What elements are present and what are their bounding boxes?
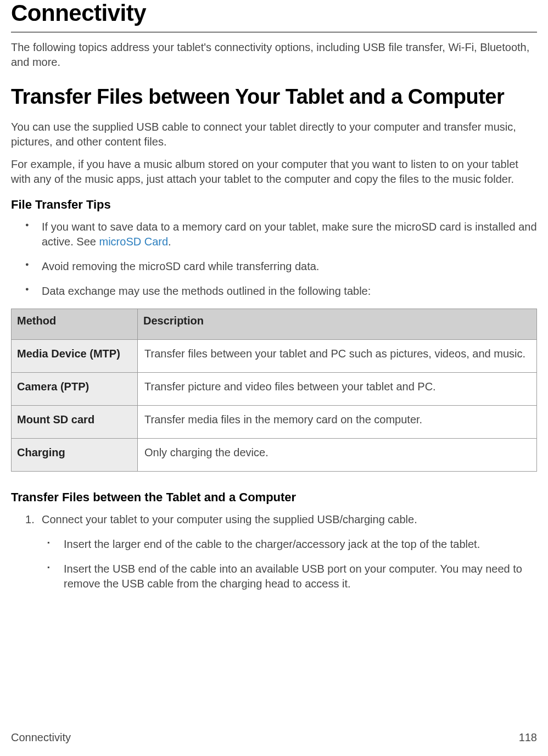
tip-text-tail: . bbox=[168, 236, 171, 248]
tip-item: Data exchange may use the methods outlin… bbox=[11, 284, 537, 299]
col-method: Method bbox=[12, 309, 138, 339]
tip-item: If you want to save data to a memory car… bbox=[11, 220, 537, 249]
table-row: Mount SD card Transfer media files in th… bbox=[12, 405, 537, 438]
page-footer: Connectivity 118 bbox=[11, 731, 537, 744]
table-header-row: Method Description bbox=[12, 309, 537, 339]
methods-table: Method Description Media Device (MTP) Tr… bbox=[11, 309, 537, 472]
substep-item: Insert the USB end of the cable into an … bbox=[42, 562, 537, 591]
cell-method: Mount SD card bbox=[12, 405, 138, 438]
step-lead: Connect your tablet to your computer usi… bbox=[42, 513, 417, 525]
table-row: Media Device (MTP) Transfer files betwee… bbox=[12, 339, 537, 372]
substep-item: Insert the larger end of the cable to th… bbox=[42, 537, 537, 552]
cell-desc: Only charging the device. bbox=[138, 438, 537, 471]
page-title: Connectivity bbox=[11, 0, 537, 32]
cell-method: Media Device (MTP) bbox=[12, 339, 138, 372]
body-paragraph-1: You can use the supplied USB cable to co… bbox=[11, 120, 537, 149]
cell-method: Camera (PTP) bbox=[12, 372, 138, 405]
tip-item: Avoid removing the microSD card while tr… bbox=[11, 259, 537, 274]
cell-desc: Transfer picture and video files between… bbox=[138, 372, 537, 405]
body-paragraph-2: For example, if you have a music album s… bbox=[11, 157, 537, 187]
intro-paragraph: The following topics address your tablet… bbox=[11, 40, 537, 70]
tips-heading: File Transfer Tips bbox=[11, 198, 537, 212]
footer-section-name: Connectivity bbox=[11, 731, 71, 744]
col-description: Description bbox=[138, 309, 537, 339]
steps-list: Connect your tablet to your computer usi… bbox=[11, 512, 537, 591]
substeps-list: Insert the larger end of the cable to th… bbox=[42, 537, 537, 591]
tips-list: If you want to save data to a memory car… bbox=[11, 220, 537, 299]
procedure-heading: Transfer Files between the Tablet and a … bbox=[11, 490, 537, 505]
table-row: Camera (PTP) Transfer picture and video … bbox=[12, 372, 537, 405]
table-row: Charging Only charging the device. bbox=[12, 438, 537, 471]
cell-method: Charging bbox=[12, 438, 138, 471]
cell-desc: Transfer files between your tablet and P… bbox=[138, 339, 537, 372]
footer-page-number: 118 bbox=[519, 731, 537, 744]
step-item: Connect your tablet to your computer usi… bbox=[11, 512, 537, 591]
cell-desc: Transfer media files in the memory card … bbox=[138, 405, 537, 438]
section-heading: Transfer Files between Your Tablet and a… bbox=[11, 81, 537, 113]
microsd-link[interactable]: microSD Card bbox=[99, 236, 169, 248]
